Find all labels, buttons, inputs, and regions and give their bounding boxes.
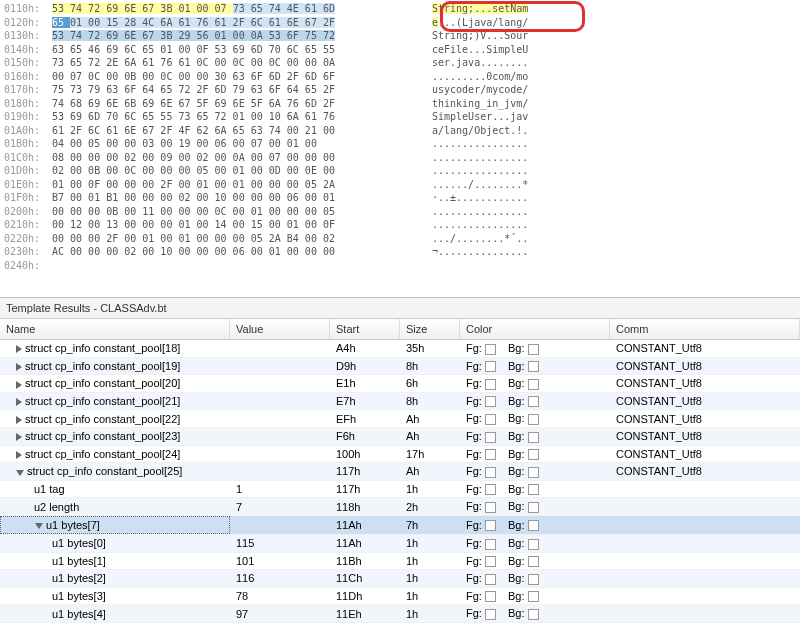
table-row[interactable]: u1 bytes[7]11Ah7hFg: Bg:	[0, 516, 800, 535]
col-comm[interactable]: Comm	[610, 319, 800, 339]
hex-row[interactable]: 0200h:00 00 00 0B 00 11 00 00 00 0C 00 0…	[4, 205, 796, 219]
hex-row[interactable]: 01A0h:61 2F 6C 61 6E 67 2F 4F 62 6A 65 6…	[4, 124, 796, 138]
cell-size: 1h	[400, 553, 460, 569]
hex-row[interactable]: 01D0h:02 00 0B 00 0C 00 00 00 05 00 01 0…	[4, 164, 796, 178]
cell-value: 115	[230, 535, 330, 551]
chevron-right-icon[interactable]	[16, 345, 22, 353]
hex-ascii	[422, 259, 432, 273]
swatch-fg	[485, 467, 496, 478]
hex-row[interactable]: 0210h:00 12 00 13 00 00 00 01 00 14 00 1…	[4, 218, 796, 232]
table-row[interactable]: struct cp_info constant_pool[25]117hAhFg…	[0, 463, 800, 481]
cell-comment	[610, 541, 800, 545]
cell-name: u2 length	[0, 499, 230, 515]
col-color[interactable]: Color	[460, 319, 610, 339]
chevron-right-icon[interactable]	[16, 433, 22, 441]
hex-row[interactable]: 0140h:63 65 46 69 6C 65 01 00 0F 53 69 6…	[4, 43, 796, 57]
hex-bytes: AC 00 00 00 02 00 10 00 00 00 06 00 01 0…	[52, 245, 422, 259]
hex-row[interactable]: 0150h:73 65 72 2E 6A 61 76 61 0C 00 0C 0…	[4, 56, 796, 70]
chevron-right-icon[interactable]	[16, 398, 22, 406]
hex-offset: 0160h:	[4, 70, 52, 84]
cell-comment: CONSTANT_Utf8	[610, 375, 800, 391]
table-row[interactable]: u1 bytes[3]7811Dh1hFg: Bg:	[0, 588, 800, 606]
hex-offset: 0240h:	[4, 259, 52, 273]
col-start[interactable]: Start	[330, 319, 400, 339]
hex-row[interactable]: 01B0h:04 00 05 00 00 03 00 19 00 06 00 0…	[4, 137, 796, 151]
cell-size: 1h	[400, 623, 460, 627]
hex-row[interactable]: 0220h:00 00 00 2F 00 01 00 01 00 00 00 0…	[4, 232, 796, 246]
swatch-bg	[528, 539, 539, 550]
hex-bytes: 73 65 72 2E 6A 61 76 61 0C 00 0C 00 0C 0…	[52, 56, 422, 70]
chevron-right-icon[interactable]	[16, 363, 22, 371]
hex-row[interactable]: 0170h:75 73 79 63 6F 64 65 72 2F 6D 79 6…	[4, 83, 796, 97]
table-row[interactable]: struct cp_info constant_pool[20]E1h6hFg:…	[0, 375, 800, 393]
cell-size: Ah	[400, 428, 460, 444]
cell-start: F6h	[330, 428, 400, 444]
table-row[interactable]: u1 tag1117h1hFg: Bg:	[0, 481, 800, 499]
cell-value	[230, 523, 330, 527]
chevron-down-icon[interactable]	[16, 470, 24, 476]
table-row[interactable]: u1 bytes[1]10111Bh1hFg: Bg:	[0, 553, 800, 571]
hex-bytes: 61 2F 6C 61 6E 67 2F 4F 62 6A 65 63 74 0…	[52, 124, 422, 138]
cell-value	[230, 381, 330, 385]
table-row[interactable]: struct cp_info constant_pool[21]E7h8hFg:…	[0, 393, 800, 411]
table-row[interactable]: struct cp_info constant_pool[22]EFhAhFg:…	[0, 410, 800, 428]
chevron-right-icon[interactable]	[16, 381, 22, 389]
cell-comment	[610, 523, 800, 527]
hex-row[interactable]: 01F0h:B7 00 01 B1 00 00 00 02 00 10 00 0…	[4, 191, 796, 205]
table-row[interactable]: u1 bytes[0]11511Ah1hFg: Bg:	[0, 535, 800, 553]
hex-row[interactable]: 0160h:00 07 0C 00 0B 00 0C 00 00 30 63 6…	[4, 70, 796, 84]
hex-bytes: 00 00 00 0B 00 11 00 00 00 0C 00 01 00 0…	[52, 205, 422, 219]
swatch-bg	[528, 520, 539, 531]
table-header[interactable]: Name Value Start Size Color Comm	[0, 319, 800, 340]
hex-pane[interactable]: 0110h:53 74 72 69 6E 67 3B 01 00 07 73 6…	[0, 0, 800, 297]
cell-start: 100h	[330, 446, 400, 462]
table-row[interactable]: u2 length7118h2hFg: Bg:	[0, 498, 800, 516]
hex-row[interactable]: 0180h:74 68 69 6E 6B 69 6E 67 5F 69 6E 5…	[4, 97, 796, 111]
hex-offset: 0210h:	[4, 218, 52, 232]
col-size[interactable]: Size	[400, 319, 460, 339]
table-row[interactable]: struct cp_info constant_pool[18]A4h35hFg…	[0, 340, 800, 358]
hex-ascii: ¬...............	[422, 245, 528, 259]
hex-ascii: String;)V...Sour	[422, 29, 528, 43]
swatch-bg	[528, 467, 539, 478]
hex-bytes: 75 73 79 63 6F 64 65 72 2F 6D 79 63 6F 6…	[52, 83, 422, 97]
hex-offset: 0180h:	[4, 97, 52, 111]
swatch-fg	[485, 609, 496, 620]
col-value[interactable]: Value	[230, 319, 330, 339]
chevron-right-icon[interactable]	[16, 416, 22, 424]
cell-comment	[610, 559, 800, 563]
hex-row[interactable]: 0120h:65 01 00 15 28 4C 6A 61 76 61 2F 6…	[4, 16, 796, 30]
col-name[interactable]: Name	[0, 319, 230, 339]
hex-row[interactable]: 0130h:53 74 72 69 6E 67 3B 29 56 01 00 0…	[4, 29, 796, 43]
table-row[interactable]: struct cp_info constant_pool[23]F6hAhFg:…	[0, 428, 800, 446]
cell-size: 1h	[400, 606, 460, 622]
hex-offset: 0220h:	[4, 232, 52, 246]
hex-row[interactable]: 0230h:AC 00 00 00 02 00 10 00 00 00 06 0…	[4, 245, 796, 259]
chevron-down-icon[interactable]	[35, 523, 43, 529]
hex-row[interactable]: 01E0h:01 00 0F 00 00 00 2F 00 01 00 01 0…	[4, 178, 796, 192]
cell-size: 1h	[400, 570, 460, 586]
hex-row[interactable]: 01C0h:08 00 00 00 02 00 09 00 02 00 0A 0…	[4, 151, 796, 165]
swatch-fg	[485, 574, 496, 585]
swatch-fg	[485, 539, 496, 550]
cell-comment	[610, 487, 800, 491]
hex-bytes: 63 65 46 69 6C 65 01 00 0F 53 69 6D 70 6…	[52, 43, 422, 57]
hex-offset: 0110h:	[4, 2, 52, 16]
cell-color: Fg: Bg:	[460, 623, 610, 627]
swatch-bg	[528, 379, 539, 390]
hex-row[interactable]: 0190h:53 69 6D 70 6C 65 55 73 65 72 01 0…	[4, 110, 796, 124]
hex-ascii: ................	[422, 151, 528, 165]
chevron-right-icon[interactable]	[16, 451, 22, 459]
table-row[interactable]: struct cp_info constant_pool[24]100h17hF…	[0, 446, 800, 464]
cell-name: struct cp_info constant_pool[19]	[0, 358, 230, 374]
table-row[interactable]: u1 bytes[5]10911Fh1hFg: Bg:	[0, 623, 800, 627]
table-row[interactable]: struct cp_info constant_pool[19]D9h8hFg:…	[0, 358, 800, 376]
hex-offset: 0200h:	[4, 205, 52, 219]
table-row[interactable]: u1 bytes[2]11611Ch1hFg: Bg:	[0, 570, 800, 588]
table-row[interactable]: u1 bytes[4]9711Eh1hFg: Bg:	[0, 605, 800, 623]
cell-name: u1 bytes[2]	[0, 570, 230, 586]
cell-start: 11Fh	[330, 623, 400, 627]
swatch-bg	[528, 609, 539, 620]
hex-row[interactable]: 0110h:53 74 72 69 6E 67 3B 01 00 07 73 6…	[4, 2, 796, 16]
hex-row[interactable]: 0240h:	[4, 259, 796, 273]
